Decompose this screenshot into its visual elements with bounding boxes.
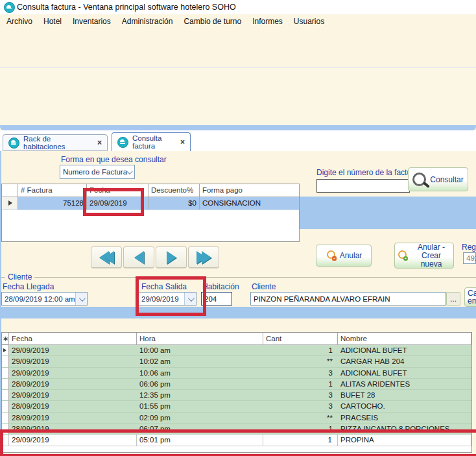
anular-button[interactable]: − Anular [316, 245, 372, 267]
document-tabstrip: Rack de habitaciones × Consulta factura … [0, 130, 476, 152]
row-indicator-icon [8, 200, 12, 206]
col-cant[interactable]: Cant [263, 333, 338, 344]
cell-fecha: 29/09/2019 [9, 390, 137, 401]
cell-fecha: 29/09/2019 [87, 197, 149, 210]
col-hora[interactable]: Hora [137, 333, 263, 344]
anular-crear-icon: + [397, 250, 407, 261]
menu-informes[interactable]: Informes [252, 17, 283, 26]
new-row-marker-icon: ∗ [2, 333, 9, 344]
col-nombre[interactable]: Nombre [338, 333, 471, 344]
close-icon[interactable]: × [180, 138, 185, 147]
cell-nombre: ALITAS ARIDENTES [338, 379, 471, 390]
table-row[interactable]: 29/09/201912:35 pm3BUFET 28 [2, 390, 471, 401]
cell-hora: 10:02 am [137, 356, 263, 367]
cell-nombre: PRACSEIS [338, 413, 471, 424]
cell-nombre: BUFET 28 [338, 390, 471, 401]
cell-factura: 75128 [18, 197, 87, 210]
first-icon [99, 251, 114, 264]
invoice-table-header: # Factura Fecha Descuento% Forma pago [2, 184, 299, 197]
charges-table: ∗ Fecha Hora Cant Nombre 29/09/201910:00… [1, 332, 472, 453]
tab-label: Consulta factura [132, 134, 176, 150]
previous-icon [134, 251, 144, 264]
previous-record-button[interactable] [123, 246, 154, 268]
invoice-row-selected[interactable]: 75128 29/09/2019 $0 CONSIGNACION [2, 197, 299, 210]
habitacion-field[interactable]: 204 [201, 292, 232, 306]
close-icon[interactable]: × [97, 138, 102, 147]
cell-descuento: $0 [149, 197, 200, 210]
cell-hora: 02:09 pm [137, 413, 263, 424]
table-row[interactable]: 28/09/201901:55 pm3CARTOCHO. [2, 401, 471, 412]
registro-label: Regist [462, 243, 476, 252]
cliente-field[interactable]: PINZON PEÑARANDA ALVARO EFRAIN [250, 292, 446, 306]
chevron-down-icon [126, 168, 133, 174]
table-row[interactable]: 29/09/201905:01 pm1PROPINA [2, 435, 471, 446]
habitacion-label: Habitación [202, 282, 239, 291]
table-row[interactable]: 29/09/201910:02 am**CARGAR HAB 204 [2, 356, 471, 367]
first-record-button[interactable] [91, 246, 122, 268]
anular-label: Anular [340, 251, 363, 260]
last-record-button[interactable] [188, 246, 219, 268]
partial-button-text: em [468, 296, 476, 306]
tab-label: Rack de habitaciones [23, 135, 93, 150]
col-forma-pago[interactable]: Forma pago [200, 184, 299, 197]
cell-nombre: PROPINA [338, 435, 471, 446]
cell-hora: 05:01 pm [137, 435, 263, 446]
cell-fecha: 28/09/2019 [9, 413, 137, 424]
menu-hotel[interactable]: Hotel [43, 17, 62, 26]
cell-nombre: CARTOCHO. [338, 401, 471, 412]
col-descuento[interactable]: Descuento% [149, 184, 200, 197]
tab-consulta-factura[interactable]: Consulta factura × [112, 132, 191, 152]
last-icon [196, 251, 211, 264]
col-factura[interactable]: # Factura [18, 184, 87, 197]
next-record-button[interactable] [156, 246, 187, 268]
consultar-button[interactable]: Consultar [408, 167, 468, 191]
cell-cant: 1 [263, 424, 338, 435]
menu-bar: ArchivoHotelInventariosAdministraciónCam… [0, 14, 476, 29]
cell-forma-pago: CONSIGNACION [200, 197, 299, 210]
cell-cant: 1 [263, 379, 338, 390]
col-fecha[interactable]: Fecha [87, 184, 149, 197]
col-fecha[interactable]: Fecha [9, 333, 137, 344]
fecha-salida-label: Fecha Salida [141, 282, 187, 291]
menu-inventarios[interactable]: Inventarios [73, 17, 111, 26]
app-window: Consulta factura - Ventana principal sof… [0, 0, 476, 456]
cell-hora: 06:07 pm [137, 424, 263, 435]
cell-cant: ** [263, 356, 338, 367]
cliente-browse-button[interactable]: ... [446, 292, 460, 306]
invoice-number-input[interactable] [316, 179, 410, 193]
cell-cant: 1 [263, 435, 338, 446]
cliente-label: Cliente [252, 282, 276, 291]
menu-administración[interactable]: Administración [122, 17, 173, 26]
cell-fecha: 29/09/2019 [9, 345, 137, 356]
menu-archivo[interactable]: Archivo [6, 17, 32, 26]
fecha-llegada-value: 28/09/2019 12:00 am [5, 295, 75, 303]
cell-fecha: 28/09/2019 [9, 379, 137, 390]
cell-fecha: 28/09/2019 [9, 424, 137, 435]
cliente-group-label: Cliente [5, 272, 34, 282]
table-row[interactable]: 28/09/201902:09 pm**PRACSEIS [2, 413, 471, 424]
invoice-table: # Factura Fecha Descuento% Forma pago 75… [1, 184, 300, 242]
cell-fecha: 29/09/2019 [9, 356, 137, 367]
cell-hora: 12:35 pm [137, 390, 263, 401]
fecha-salida-select[interactable]: 29/09/2019 [138, 292, 196, 306]
query-mode-select[interactable]: Numero de Factura [60, 165, 135, 179]
fecha-llegada-select[interactable]: 28/09/2019 12:00 am [1, 292, 88, 306]
menu-usuarios[interactable]: Usuarios [294, 17, 324, 26]
partial-edge-button[interactable]: Car em [464, 287, 476, 307]
menu-cambio-de-turno[interactable]: Cambio de turno [184, 17, 241, 26]
table-row[interactable]: 28/09/201906:06 pm1ALITAS ARIDENTES [2, 379, 471, 390]
cell-nombre: CARGAR HAB 204 [338, 356, 471, 367]
anular-crear-nueva-button[interactable]: + Anular - Crear nueva [394, 243, 454, 269]
row-indicator-icon [3, 348, 6, 352]
cell-cant: ** [263, 413, 338, 424]
table-row[interactable]: 29/09/201910:06 am3ADICIONAL BUFET [2, 368, 471, 379]
table-row[interactable]: 29/09/201910:00 am1ADICIONAL BUFET [2, 345, 471, 356]
table-row[interactable]: 28/09/201906:07 pm1PIZZA INCANTO 8 PORCI… [2, 424, 471, 435]
registro-field: 492 [463, 252, 476, 264]
cell-fecha: 29/09/2019 [9, 435, 137, 446]
cell-fecha: 28/09/2019 [9, 401, 137, 412]
anular-crear-label: Anular - Crear nueva [411, 243, 451, 269]
charges-table-header: ∗ Fecha Hora Cant Nombre [2, 333, 471, 345]
tab-rack-de-habitaciones[interactable]: Rack de habitaciones × [3, 134, 108, 151]
fecha-llegada-label: Fecha Llegada [3, 282, 54, 291]
